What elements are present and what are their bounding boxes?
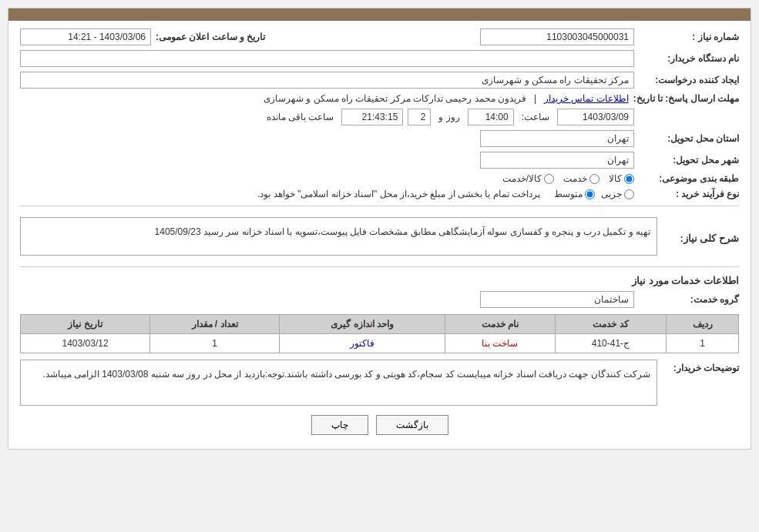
- buyer-notes-value: شرکت کنندگان جهت دریافت اسناد خزانه میبا…: [20, 360, 657, 406]
- province-label: استان محل تحویل:: [639, 133, 739, 144]
- table-row: 1 ج-41-410 ساخت بنا فاکتور 1 1403/03/12: [21, 334, 739, 353]
- public-announce-value: 1403/03/06 - 14:21: [20, 28, 151, 45]
- col-service-code: کد خدمت: [555, 315, 667, 334]
- need-number-label: شماره نیاز :: [639, 32, 739, 42]
- col-unit: واحد اندازه گیری: [279, 315, 445, 334]
- city-label: شهر محل تحویل:: [639, 155, 739, 166]
- process-radio-jozi-input[interactable]: [624, 189, 634, 199]
- creator-label: ایجاد کننده درخواست:: [639, 75, 739, 85]
- cell-need-date: 1403/03/12: [21, 334, 150, 353]
- process-radio-jozi-label: جزیی: [601, 189, 622, 199]
- description-value: تهیه و تکمیل درب و پنجره و کفسازی سوله آ…: [20, 217, 657, 256]
- cell-service-name: ساخت بنا: [445, 334, 555, 353]
- contact-link[interactable]: اطلاعات تماس خریدار: [544, 93, 629, 104]
- col-need-date: تاریخ نیاز: [21, 315, 150, 334]
- category-radio-kala-label: کالا: [609, 173, 622, 184]
- category-radio-group: کالا خدمت کالا/خدمت: [502, 173, 634, 184]
- buyer-notes-label: توضیحات خریدار:: [662, 360, 739, 373]
- process-row: نوع فرآیند خرید : جزیی متوسط پرداخت تمام…: [20, 189, 739, 199]
- footer-buttons: بازگشت چاپ: [20, 415, 739, 435]
- cell-unit: فاکتور: [279, 334, 445, 353]
- city-row: شهر محل تحویل: تهران: [20, 152, 739, 169]
- city-value: تهران: [480, 152, 634, 169]
- description-title: شرح کلی نیاز:: [662, 233, 739, 244]
- content-area: شماره نیاز : 1103003045000031 تاریخ و سا…: [8, 21, 751, 449]
- service-group-value: ساختمان: [480, 291, 634, 308]
- main-container: شماره نیاز : 1103003045000031 تاریخ و سا…: [8, 8, 751, 450]
- buyer-org-label: نام دستگاه خریدار:: [639, 53, 739, 64]
- services-table: ردیف کد خدمت نام خدمت واحد اندازه گیری ت…: [20, 314, 739, 353]
- table-header-row: ردیف کد خدمت نام خدمت واحد اندازه گیری ت…: [21, 315, 739, 334]
- days-label: روز و: [438, 112, 459, 122]
- need-number-row: شماره نیاز : 1103003045000031 تاریخ و سا…: [20, 28, 739, 45]
- process-label: نوع فرآیند خرید :: [639, 189, 739, 199]
- process-radio-motavaset: متوسط: [554, 189, 595, 199]
- need-number-value: 1103003045000031: [480, 28, 634, 45]
- services-title: اطلاعات خدمات مورد نیاز: [20, 275, 739, 286]
- page-header: [8, 8, 751, 21]
- service-group-row: گروه خدمت: ساختمان: [20, 291, 739, 308]
- process-note: پرداخت تمام یا بخشی از مبلغ خرید،از محل …: [257, 189, 540, 199]
- buyer-org-value: [20, 50, 634, 67]
- service-group-label: گروه خدمت:: [639, 294, 739, 305]
- category-radio-khedmat-label: خدمت: [563, 173, 587, 184]
- creator-value: مرکز تحقیقات راه مسکن و شهرسازی: [20, 72, 634, 89]
- buyer-org-row: نام دستگاه خریدار:: [20, 50, 739, 67]
- sender-name: فریدون محمد رحیمی تدارکات مرکز تحقیقات ر…: [264, 93, 526, 104]
- days-value: 2: [408, 109, 431, 125]
- buyer-notes-text: شرکت کنندگان جهت دریافت اسناد خزانه میبا…: [42, 369, 650, 380]
- datetime-row: 1403/03/09 ساعت: 14:00 روز و 2 21:43:15 …: [20, 109, 739, 125]
- province-row: استان محل تحویل: تهران: [20, 130, 739, 147]
- page-wrapper: شماره نیاز : 1103003045000031 تاریخ و سا…: [0, 0, 759, 532]
- description-row: شرح کلی نیاز: تهیه و تکمیل درب و پنجره و…: [20, 212, 739, 260]
- send-date-row: مهلت ارسال پاسخ: تا تاریخ: اطلاعات تماس …: [20, 93, 739, 104]
- category-radio-both: کالا/خدمت: [502, 173, 554, 184]
- date-value: 1403/03/09: [557, 109, 634, 125]
- process-type-row: جزیی متوسط پرداخت تمام یا بخشی از مبلغ خ…: [257, 189, 634, 199]
- category-radio-khedmat: خدمت: [563, 173, 599, 184]
- province-value: تهران: [480, 130, 634, 147]
- col-row-num: ردیف: [667, 315, 739, 334]
- creator-row: ایجاد کننده درخواست: مرکز تحقیقات راه مس…: [20, 72, 739, 89]
- time-label: ساعت:: [522, 112, 549, 122]
- cell-quantity: 1: [150, 334, 280, 353]
- process-radio-motavaset-input[interactable]: [585, 189, 595, 199]
- category-label: طبقه بندی موضوعی:: [639, 173, 739, 184]
- print-button[interactable]: چاپ: [311, 415, 368, 435]
- time-value: 14:00: [468, 109, 514, 125]
- divider1: [20, 206, 739, 206]
- process-radio-motavaset-label: متوسط: [554, 189, 583, 199]
- category-radio-both-label: کالا/خدمت: [502, 173, 542, 184]
- cell-row-num: 1: [667, 334, 739, 353]
- divider2: [20, 266, 739, 267]
- public-announce-label: تاریخ و ساعت اعلان عمومی:: [156, 32, 265, 42]
- send-date-label: مهلت ارسال پاسخ: تا تاریخ:: [633, 93, 739, 104]
- process-radio-jozi: جزیی: [601, 189, 634, 199]
- remaining-label: ساعت باقی مانده: [267, 112, 334, 122]
- category-radio-kala-input[interactable]: [624, 174, 634, 184]
- cell-service-code: ج-41-410: [555, 334, 667, 353]
- buyer-notes-row: توضیحات خریدار: شرکت کنندگان جهت دریافت …: [20, 360, 739, 406]
- category-row: طبقه بندی موضوعی: کالا خدمت کالا/خدمت: [20, 173, 739, 184]
- category-radio-both-input[interactable]: [544, 174, 554, 184]
- category-radio-kala: کالا: [609, 173, 634, 184]
- remaining-value: 21:43:15: [341, 109, 403, 125]
- col-quantity: تعداد / مقدار: [150, 315, 280, 334]
- back-button[interactable]: بازگشت: [376, 415, 448, 435]
- col-service-name: نام خدمت: [445, 315, 555, 334]
- category-radio-khedmat-input[interactable]: [589, 174, 599, 184]
